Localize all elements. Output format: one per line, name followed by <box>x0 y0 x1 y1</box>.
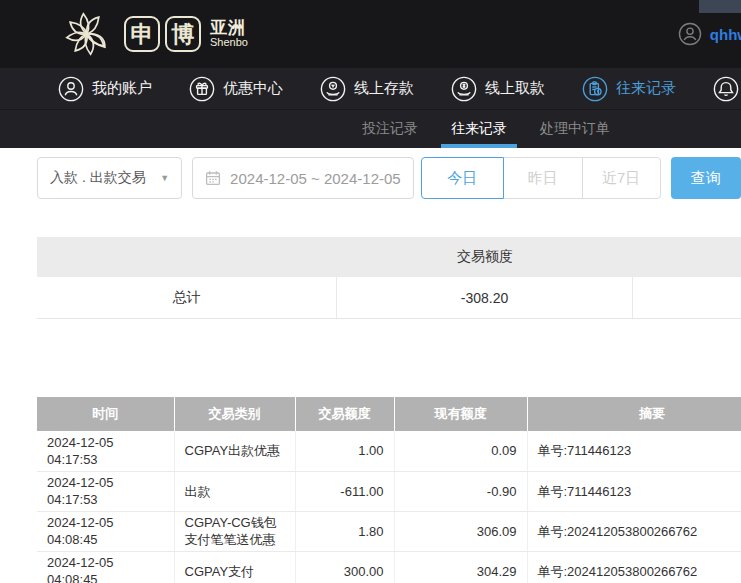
cell-balance: -0.90 <box>394 471 527 511</box>
calendar-icon <box>205 170 221 186</box>
tab-betting-records[interactable]: 投注记录 <box>352 110 428 148</box>
cell-amount: -611.00 <box>295 471 394 511</box>
date-range-value: 2024-12-05 ~ 2024-12-05 <box>230 170 401 187</box>
col-header-summary: 摘要 <box>527 397 741 431</box>
top-bar: 申 博 亚洲 Shenbo qhhw <box>0 0 741 68</box>
cell-amount: 1.80 <box>295 511 394 551</box>
cell-time: 2024-12-05 04:08:45 <box>37 511 174 551</box>
scrollbar-thumb[interactable] <box>699 0 741 13</box>
col-header-time: 时间 <box>37 397 174 431</box>
nav-item-transaction-records[interactable]: 往来记录 <box>582 76 676 102</box>
logo-wordmark: 亚洲 Shenbo <box>210 19 248 48</box>
table-row: 2024-12-05 04:08:45 CGPAY-CG钱包支付笔笔送优惠 1.… <box>37 511 741 551</box>
cell-summary: 单号:711446123 <box>527 471 741 511</box>
cell-type: CGPAY支付 <box>174 551 295 583</box>
record-subtabs: 投注记录 往来记录 处理中订单 <box>0 110 741 148</box>
yesterday-button[interactable]: 昨日 <box>504 157 583 199</box>
cell-summary: 单号:711446123 <box>527 431 741 471</box>
logo-char-box: 申 <box>124 16 160 52</box>
summary-empty-cell <box>633 277 741 318</box>
nav-label: 往来记录 <box>616 79 676 98</box>
summary-total-value: -308.20 <box>337 277 633 318</box>
nav-label: 线上存款 <box>354 79 414 98</box>
nav-item-online-withdrawal[interactable]: 线上取款 <box>451 76 545 102</box>
cell-time: 2024-12-05 04:17:53 <box>37 471 174 511</box>
main-nav: 我的账户 优惠中心 线上存款 线上取款 <box>0 68 741 110</box>
nav-label: 我的账户 <box>92 79 152 98</box>
cell-type: 出款 <box>174 471 295 511</box>
summary-table: 交易额度 总计 -308.20 <box>37 237 741 319</box>
transaction-type-select[interactable]: 入款 . 出款交易 ▼ <box>37 157 182 199</box>
col-header-type: 交易类别 <box>174 397 295 431</box>
bell-icon <box>713 76 739 102</box>
table-row: 2024-12-05 04:08:45 CGPAY支付 300.00 304.2… <box>37 551 741 583</box>
search-button[interactable]: 查询 <box>671 157 741 199</box>
nav-label: 优惠中心 <box>223 79 283 98</box>
cell-balance: 0.09 <box>394 431 527 471</box>
username-label[interactable]: qhhw <box>710 26 741 43</box>
transaction-type-value: 入款 . 出款交易 <box>50 169 146 187</box>
chevron-down-icon: ▼ <box>160 173 169 183</box>
nav-item-online-deposit[interactable]: 线上存款 <box>320 76 414 102</box>
cell-amount: 300.00 <box>295 551 394 583</box>
logo-en-text: Shenbo <box>210 37 248 49</box>
cell-type: CGPAY出款优惠 <box>174 431 295 471</box>
filter-bar: 入款 . 出款交易 ▼ 2024-12-05 ~ 2024-12-05 今日 昨… <box>0 148 741 199</box>
tab-processing-orders[interactable]: 处理中订单 <box>530 110 620 148</box>
cell-summary: 单号:202412053800266762 <box>527 511 741 551</box>
user-icon <box>58 76 84 102</box>
col-header-balance: 现有额度 <box>394 397 527 431</box>
summary-header-row: 交易额度 <box>37 237 741 277</box>
avatar-icon <box>678 22 702 46</box>
cell-balance: 306.09 <box>394 511 527 551</box>
records-table: 时间 交易类别 交易额度 现有额度 摘要 2024-12-05 04:17:53… <box>37 397 741 583</box>
nav-item-messages[interactable]: 信 <box>713 76 741 102</box>
cell-time: 2024-12-05 04:17:53 <box>37 431 174 471</box>
deposit-icon <box>320 76 346 102</box>
last-7-days-button[interactable]: 近7日 <box>582 157 661 199</box>
tab-transaction-records[interactable]: 往来记录 <box>441 110 517 148</box>
brand-logo[interactable]: 申 博 亚洲 Shenbo <box>60 7 248 61</box>
logo-region-text: 亚洲 <box>210 19 248 37</box>
col-header-amount: 交易额度 <box>295 397 394 431</box>
records-icon <box>582 76 608 102</box>
nav-item-promotions[interactable]: 优惠中心 <box>189 76 283 102</box>
table-row: 2024-12-05 04:17:53 CGPAY出款优惠 1.00 0.09 … <box>37 431 741 471</box>
cell-balance: 304.29 <box>394 551 527 583</box>
summary-header-amount: 交易额度 <box>337 248 633 266</box>
quick-range-group: 今日 昨日 近7日 <box>421 157 661 199</box>
withdraw-icon <box>451 76 477 102</box>
gift-icon <box>189 76 215 102</box>
cell-time: 2024-12-05 04:08:45 <box>37 551 174 583</box>
nav-item-my-account[interactable]: 我的账户 <box>58 76 152 102</box>
summary-total-label: 总计 <box>37 277 337 318</box>
nav-label: 线上取款 <box>485 79 545 98</box>
today-button[interactable]: 今日 <box>421 157 504 199</box>
date-range-picker[interactable]: 2024-12-05 ~ 2024-12-05 <box>192 157 414 199</box>
summary-total-row: 总计 -308.20 <box>37 277 741 319</box>
table-row: 2024-12-05 04:17:53 出款 -611.00 -0.90 单号:… <box>37 471 741 511</box>
records-header-row: 时间 交易类别 交易额度 现有额度 摘要 <box>37 397 741 431</box>
logo-char-box: 博 <box>165 16 201 52</box>
cell-summary: 单号:202412053800266762 <box>527 551 741 583</box>
cell-amount: 1.00 <box>295 431 394 471</box>
flower-logo-icon <box>60 7 114 61</box>
cell-type: CGPAY-CG钱包支付笔笔送优惠 <box>174 511 295 551</box>
